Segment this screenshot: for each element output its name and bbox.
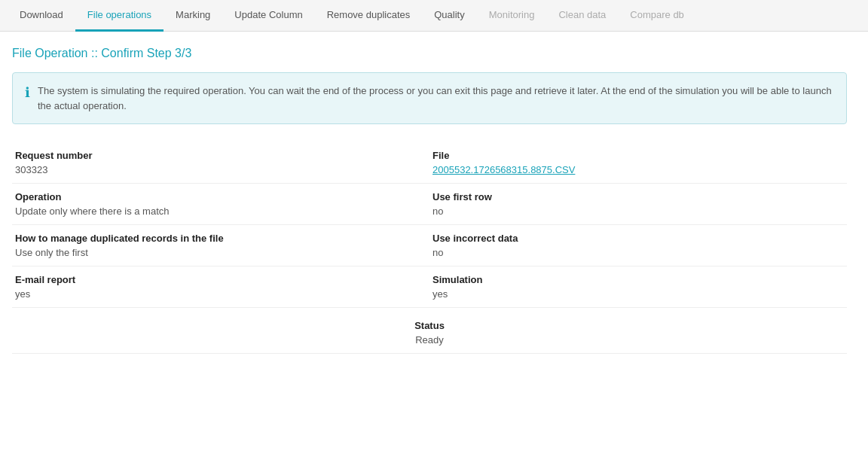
status-label: Status (384, 320, 475, 331)
tab-quality[interactable]: Quality (422, 0, 476, 32)
operation-value: Update only where there is a match (15, 206, 426, 217)
use-first-row-cell: Use first row no (429, 191, 847, 217)
file-cell: File 2005532.1726568315.8875.CSV (429, 150, 847, 175)
status-section: Status Ready (12, 320, 847, 354)
request-number-label: Request number (15, 150, 426, 161)
detail-row-operation: Operation Update only where there is a m… (12, 184, 847, 225)
duplicates-label: How to manage duplicated records in the … (15, 233, 426, 244)
file-label: File (432, 150, 844, 161)
tab-clean-data: Clean data (546, 0, 618, 32)
tab-navigation: DownloadFile operationsMarkingUpdate Col… (0, 0, 868, 32)
simulation-cell: Simulation yes (429, 274, 847, 300)
request-number-value: 303323 (15, 164, 426, 175)
detail-row-email: E-mail report yes Simulation yes (12, 266, 847, 308)
tab-file-operations[interactable]: File operations (75, 0, 164, 32)
simulation-label: Simulation (432, 274, 844, 285)
use-incorrect-data-cell: Use incorrect data no (429, 233, 847, 258)
details-grid: Request number 303323 File 2005532.17265… (12, 142, 847, 308)
info-icon: ℹ (25, 84, 30, 101)
simulation-value: yes (432, 288, 844, 300)
page-title: File Operation :: Confirm Step 3/3 (12, 47, 847, 60)
status-block: Status Ready (384, 320, 475, 346)
detail-row-duplicates: How to manage duplicated records in the … (12, 225, 847, 266)
info-message: The system is simulating the required op… (38, 84, 834, 113)
tab-compare-db: Compare db (618, 0, 696, 32)
status-value: Ready (384, 334, 475, 346)
use-incorrect-data-value: no (432, 247, 844, 258)
file-value: 2005532.1726568315.8875.CSV (432, 164, 844, 175)
tab-update-column[interactable]: Update Column (222, 0, 314, 32)
info-box: ℹ The system is simulating the required … (12, 72, 847, 124)
operation-label: Operation (15, 191, 426, 202)
use-incorrect-data-label: Use incorrect data (432, 233, 844, 244)
use-first-row-label: Use first row (432, 191, 844, 202)
tab-marking[interactable]: Marking (164, 0, 222, 32)
duplicates-value: Use only the first (15, 247, 426, 258)
tab-download[interactable]: Download (8, 0, 75, 32)
tab-remove-duplicates[interactable]: Remove duplicates (315, 0, 423, 32)
tab-monitoring: Monitoring (477, 0, 547, 32)
email-report-label: E-mail report (15, 274, 426, 285)
email-report-value: yes (15, 288, 426, 300)
duplicates-cell: How to manage duplicated records in the … (12, 233, 429, 258)
use-first-row-value: no (432, 206, 844, 217)
request-number-cell: Request number 303323 (12, 150, 429, 175)
detail-row-request: Request number 303323 File 2005532.17265… (12, 142, 847, 184)
operation-cell: Operation Update only where there is a m… (12, 191, 429, 217)
email-report-cell: E-mail report yes (12, 274, 429, 300)
